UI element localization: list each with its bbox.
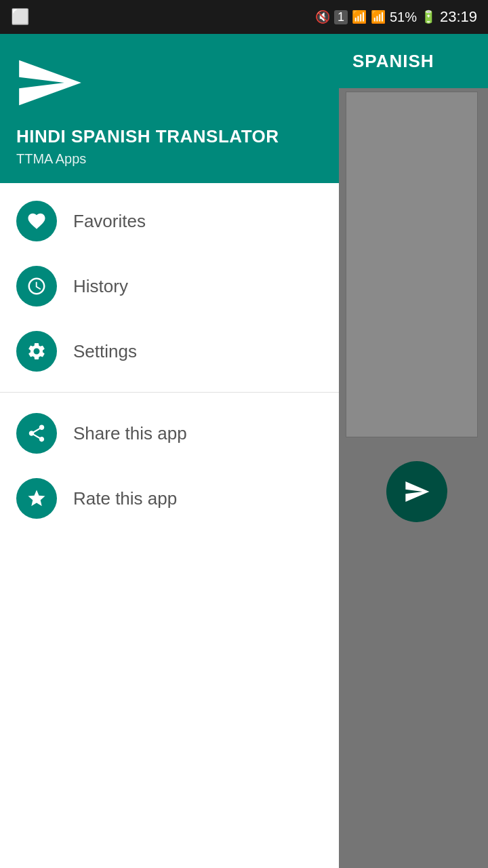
history-icon-circle: [16, 266, 57, 307]
favorites-icon-circle: [16, 201, 57, 241]
app-logo-icon: [16, 56, 84, 110]
time: 23:19: [440, 8, 477, 26]
screen-icon: ⬜: [11, 8, 29, 25]
menu-section-main: Favorites History Settings: [0, 183, 339, 389]
clock-icon: [26, 276, 47, 296]
notification-badge: 1: [334, 10, 348, 24]
signal-bars-icon: 📶: [352, 9, 367, 24]
menu-item-share[interactable]: Share this app: [0, 401, 339, 466]
menu-item-history[interactable]: History: [0, 254, 339, 319]
menu-item-rate[interactable]: Rate this app: [0, 466, 339, 531]
star-icon: [26, 488, 47, 509]
drawer-app-name: HINDI SPANISH TRANSLATOR: [16, 126, 323, 147]
share-icon: [26, 423, 47, 443]
favorites-label: Favorites: [73, 211, 146, 232]
menu-item-favorites[interactable]: Favorites: [0, 189, 339, 254]
gear-icon: [26, 341, 47, 361]
drawer-logo: [16, 56, 323, 113]
rate-label: Rate this app: [73, 488, 177, 509]
svg-marker-0: [19, 60, 81, 106]
menu-section-bottom: Share this app Rate this app: [0, 395, 339, 536]
app-topbar-title: SPANISH: [352, 51, 434, 72]
rate-icon-circle: [16, 478, 57, 519]
settings-label: Settings: [73, 341, 137, 362]
fab-arrow-icon: [403, 478, 430, 505]
mute-icon: 🔇: [315, 9, 330, 24]
status-bar: ⬜ 🔇 1 📶 📶 51% 🔋 23:19: [0, 0, 488, 34]
battery-text: 51%: [390, 9, 417, 25]
drawer-app-subtitle: TTMA Apps: [16, 151, 323, 167]
fab-translate-button[interactable]: [386, 461, 447, 522]
heart-icon: [26, 211, 47, 231]
menu-divider: [0, 392, 339, 393]
content-panel: [346, 92, 478, 437]
history-label: History: [73, 276, 128, 297]
battery-icon: 🔋: [421, 9, 436, 24]
settings-icon-circle: [16, 331, 57, 372]
nav-drawer: HINDI SPANISH TRANSLATOR TTMA Apps Favor…: [0, 34, 339, 868]
mobile-signal-icon: 📶: [371, 9, 386, 24]
share-label: Share this app: [73, 423, 187, 444]
drawer-menu: Favorites History Settings: [0, 183, 339, 868]
menu-item-settings[interactable]: Settings: [0, 319, 339, 384]
share-icon-circle: [16, 413, 57, 454]
drawer-header: HINDI SPANISH TRANSLATOR TTMA Apps: [0, 34, 339, 183]
